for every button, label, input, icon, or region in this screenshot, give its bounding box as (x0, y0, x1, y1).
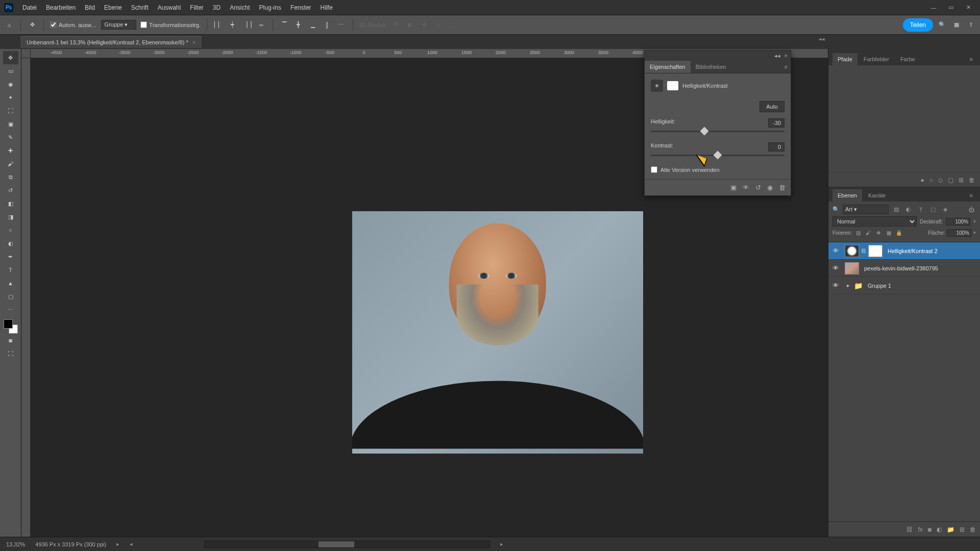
link-layers-icon[interactable]: ⛓ (906, 526, 913, 533)
fill-path-icon[interactable]: ● (921, 177, 924, 184)
healing-tool[interactable]: ✚ (3, 144, 18, 157)
more-tools[interactable]: ⋯ (3, 303, 18, 316)
align-center-h-icon[interactable]: ┿ (228, 20, 238, 30)
menu-filter[interactable]: Filter (186, 2, 208, 13)
make-mask-icon[interactable]: ▢ (948, 177, 953, 184)
visibility-toggle[interactable]: 👁 (828, 247, 843, 255)
menu-ebene[interactable]: Ebene (100, 2, 126, 13)
layer-list[interactable]: 👁 ⛓ Helligkeit/Kontrast 2 👁 pexels-kevin… (828, 242, 980, 521)
scroll-left-icon[interactable]: ◂ (130, 541, 133, 547)
stroke-path-icon[interactable]: ○ (929, 177, 933, 184)
scrollbar-thumb[interactable] (318, 541, 354, 547)
brightness-contrast-icon[interactable]: ☀ (651, 80, 663, 92)
filter-type-select[interactable]: Art ▾ (843, 205, 889, 214)
move-tool[interactable]: ✥ (3, 51, 18, 64)
document-info[interactable]: 4936 Px x 3319 Px (300 ppi) (35, 541, 106, 547)
more-align-icon[interactable]: ⋯ (336, 20, 347, 30)
filter-pixel-icon[interactable]: ▨ (892, 205, 901, 214)
fill-input[interactable] (947, 229, 971, 237)
tab-eigenschaften[interactable]: Eigenschaften (645, 61, 691, 73)
path-select-tool[interactable]: ▲ (3, 277, 18, 290)
move-tool-icon[interactable]: ✥ (27, 20, 37, 30)
delete-path-icon[interactable]: 🗑 (969, 177, 975, 184)
document-tab[interactable]: Unbenannt-1 bei 13,3% (Helligkeit/Kontra… (20, 36, 202, 48)
align-right-icon[interactable]: ▕▕ (242, 20, 252, 30)
layer-item[interactable]: 👁 ⛓ Helligkeit/Kontrast 2 (828, 242, 980, 260)
transform-controls-input[interactable] (140, 21, 147, 28)
filter-toggle[interactable]: ⏻ (967, 205, 976, 214)
panel-header[interactable]: ◂◂ × (645, 51, 791, 61)
menu-bild[interactable]: Bild (81, 2, 99, 13)
menu-bearbeiten[interactable]: Bearbeiten (42, 2, 80, 13)
visibility-toggle[interactable]: 👁 (828, 264, 843, 272)
auto-select-target[interactable]: Gruppe ▾ (101, 20, 137, 30)
close-panel-icon[interactable]: × (785, 53, 788, 59)
opacity-dropdown-icon[interactable]: ▾ (973, 219, 976, 224)
menu-datei[interactable]: Datei (18, 2, 41, 13)
lock-artboard-icon[interactable]: ▦ (885, 229, 893, 237)
paths-list[interactable] (828, 65, 980, 172)
auto-select-checkbox[interactable]: Autom. ausw… (50, 21, 97, 28)
screen-mode-tool[interactable]: ⛶ (3, 347, 18, 360)
crop-tool[interactable]: ⛶ (3, 104, 18, 117)
brush-tool[interactable]: 🖌 (3, 157, 18, 170)
expand-group-icon[interactable]: ▸ (845, 282, 852, 289)
distribute-v-icon[interactable]: ║ (322, 20, 332, 30)
layers-menu-icon[interactable]: ≡ (967, 189, 976, 202)
frame-tool[interactable]: ▣ (3, 117, 18, 131)
collapse-panel-icon[interactable]: ◂◂ (817, 34, 827, 44)
clone-tool[interactable]: ⧉ (3, 170, 18, 184)
layer-name[interactable]: Helligkeit/Kontrast 2 (885, 248, 938, 254)
visibility-toggle[interactable]: 👁 (828, 282, 843, 289)
fill-dropdown-icon[interactable]: ▾ (973, 230, 976, 235)
pen-tool[interactable]: ✒ (3, 250, 18, 263)
share-export-icon[interactable]: ⇪ (966, 20, 976, 30)
transform-controls-checkbox[interactable]: Transformationsstrg. (140, 21, 200, 28)
lock-all-icon[interactable]: 🔒 (895, 229, 903, 237)
align-left-icon[interactable]: ▏▏ (213, 20, 224, 30)
mask-icon[interactable] (667, 81, 678, 90)
quick-mask-tool[interactable]: ◙ (3, 334, 18, 347)
type-tool[interactable]: T (3, 263, 18, 277)
tab-ebenen[interactable]: Ebenen (832, 189, 862, 202)
auto-button[interactable]: Auto (760, 101, 785, 112)
filter-adj-icon[interactable]: ◐ (904, 205, 913, 214)
layer-item[interactable]: 👁 ▸ 📁 Gruppe 1 (828, 277, 980, 294)
dodge-tool[interactable]: ◐ (3, 237, 18, 250)
magic-wand-tool[interactable]: ✦ (3, 91, 18, 104)
opacity-input[interactable] (946, 218, 970, 226)
distribute-h-icon[interactable]: ═ (256, 20, 266, 30)
filter-type-icon[interactable]: T (916, 205, 925, 214)
new-adjustment-icon[interactable]: ◐ (937, 526, 942, 533)
align-center-v-icon[interactable]: ╋ (293, 20, 304, 30)
search-icon[interactable]: 🔍 (937, 20, 947, 30)
search-icon[interactable]: 🔍 (832, 206, 840, 213)
tab-farbfelder[interactable]: Farbfelder (859, 53, 894, 65)
adjustment-thumb[interactable] (845, 245, 859, 257)
blend-mode-select[interactable]: Normal (832, 216, 917, 227)
toggle-visibility-icon[interactable]: 👁 (743, 184, 749, 191)
new-layer-icon[interactable]: ⊞ (960, 526, 965, 533)
layer-name[interactable]: pexels-kevin-bidwell-2380795 (861, 265, 938, 271)
menu-fenster[interactable]: Fenster (286, 2, 315, 13)
path-to-selection-icon[interactable]: ◇ (938, 177, 943, 184)
ruler-vertical[interactable] (21, 58, 31, 537)
menu-ansicht[interactable]: Ansicht (226, 2, 254, 13)
mask-thumb[interactable] (868, 245, 883, 257)
legacy-checkbox-row[interactable]: Alte Version verwenden (651, 166, 785, 173)
lasso-tool[interactable]: ◉ (3, 78, 18, 91)
image-thumb[interactable] (845, 262, 859, 274)
legacy-checkbox[interactable] (651, 166, 657, 173)
lock-transparent-icon[interactable]: ▨ (854, 229, 862, 237)
marquee-tool[interactable]: ▭ (3, 64, 18, 78)
link-icon[interactable]: ⛓ (861, 248, 866, 254)
color-swatches[interactable] (4, 319, 18, 334)
eyedropper-tool[interactable]: ✎ (3, 131, 18, 144)
tab-bibliotheken[interactable]: Bibliotheken (691, 61, 731, 73)
close-tab-icon[interactable]: × (192, 39, 195, 45)
align-top-icon[interactable]: ▔ (279, 20, 289, 30)
contrast-slider-thumb[interactable] (714, 151, 722, 160)
new-group-icon[interactable]: 📁 (947, 526, 954, 533)
doc-info-dropdown-icon[interactable]: ▸ (116, 541, 119, 547)
tab-pfade[interactable]: Pfade (832, 53, 857, 65)
